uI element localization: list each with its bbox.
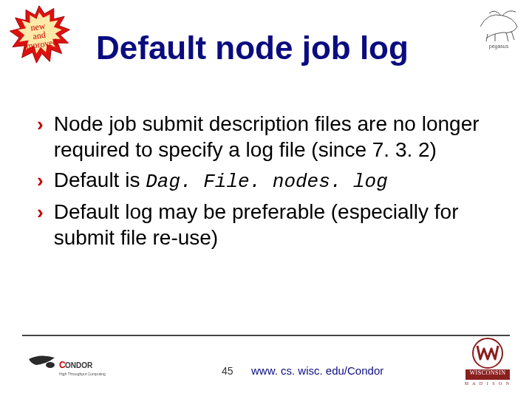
chevron-icon: › — [37, 200, 44, 225]
slide: new and improved pegasus Default node jo… — [0, 0, 532, 399]
bullet-text: Default log may be preferable (especiall… — [54, 199, 502, 250]
svg-point-2 — [46, 362, 55, 368]
bullet-code: Dag. File. nodes. log — [146, 171, 388, 193]
svg-text:High Throughput Computing: High Throughput Computing — [59, 372, 106, 376]
list-item: › Default log may be preferable (especia… — [37, 199, 502, 250]
wisconsin-label: WISCONSIN — [458, 369, 517, 376]
footer-url: www. cs. wisc. edu/Condor — [251, 364, 383, 377]
pegasus-icon — [473, 4, 525, 45]
bullet-text: Default is Dag. File. nodes. log — [54, 167, 502, 194]
pegasus-label: pegasus — [473, 44, 525, 49]
bullet-pre: Default is — [54, 168, 146, 191]
body: › Node job submit description files are … — [37, 111, 502, 255]
svg-point-6 — [473, 338, 502, 368]
chevron-icon: › — [37, 168, 44, 193]
page-number: 45 — [222, 365, 233, 377]
list-item: › Default is Dag. File. nodes. log — [37, 167, 502, 194]
svg-text:ONDOR: ONDOR — [65, 361, 93, 369]
list-item: › Node job submit description files are … — [37, 111, 502, 163]
condor-logo: C ONDOR High Throughput Computing — [25, 353, 106, 383]
wisconsin-crest: WISCONSIN M A D I S O N — [458, 332, 517, 392]
wisconsin-sub: M A D I S O N — [458, 381, 517, 386]
pegasus-logo: pegasus — [473, 4, 525, 45]
page-title: Default node job log — [96, 30, 473, 66]
condor-icon: C ONDOR High Throughput Computing — [25, 353, 106, 383]
bullet-text: Node job submit description files are no… — [54, 111, 502, 163]
chevron-icon: › — [37, 112, 44, 137]
footer-divider — [22, 335, 510, 336]
new-improved-badge: new and improved — [6, 4, 72, 71]
